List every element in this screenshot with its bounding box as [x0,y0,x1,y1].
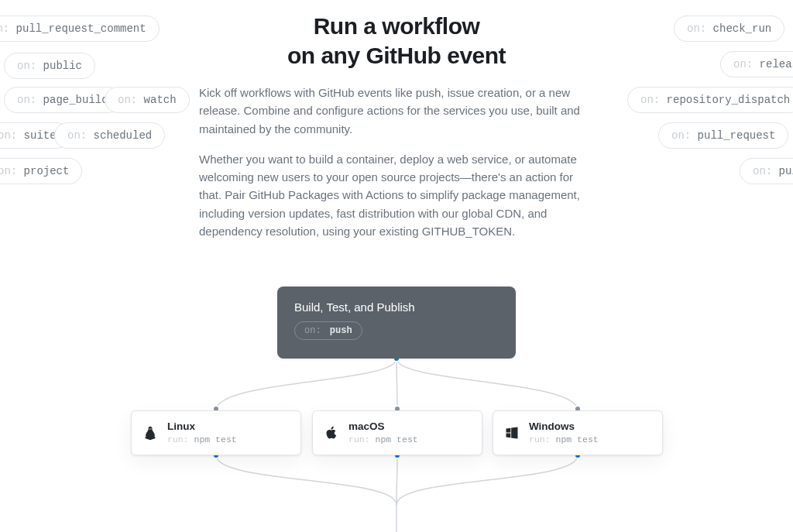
event-pill-repository_dispatch: on: repository_dispatch [627,87,793,113]
hero-section: Run a workflow on any GitHub event Kick … [199,12,594,252]
event-pill-kw: on: [17,60,43,72]
event-pill-label: pull_request [698,129,776,142]
event-pill-public: on: public [4,53,95,79]
event-pill-pull_request: on: pull_request [658,122,788,149]
hero-heading-line2: on any GitHub event [287,43,506,68]
workflow-trigger-pill: on: push [294,321,362,340]
hero-para-2: Whether you want to build a container, d… [199,150,594,240]
event-pill-kw: on: [118,94,144,106]
windows-icon [504,425,520,441]
hero-heading-line1: Run a workflow [314,13,480,39]
workflow-root-card: Build, Test, and Publish on: push [277,287,516,359]
event-pill-project: on: project [0,158,82,184]
event-pill-label: pull_r [779,165,793,177]
event-pill-kw: on: [17,94,43,106]
event-pill-check_run: on: check_run [674,15,784,42]
job-cmd: run: npm test [167,434,237,445]
apple-icon [324,425,339,441]
workflow-job-windows: Windows run: npm test [493,410,663,455]
event-pill-label: repository_dispatch [667,94,791,106]
hero-heading: Run a workflow on any GitHub event [199,12,594,70]
event-pill-kw: on: [0,22,16,35]
event-pill-release: on: release [720,51,793,77]
hero-para-1: Kick off workflows with GitHub events li… [199,84,594,138]
event-pill-label: pull_request_comment [16,22,146,35]
job-name: Linux [167,420,237,433]
workflow-job-macos: macOS run: npm test [312,410,482,455]
event-pill-pull_request_comment: on: pull_request_comment [0,15,160,42]
event-pill-label: scheduled [94,129,153,142]
event-pill-kw: on: [0,129,24,142]
event-pill-kw: on: [733,58,760,70]
event-pill-kw: on: [640,94,667,106]
trigger-kw: on: [304,325,321,336]
event-pill-watch: on: watch [105,87,190,113]
event-pill-kw: on: [671,129,698,142]
event-pill-label: release [760,58,793,70]
trigger-event: push [330,325,352,336]
event-pill-scheduled: on: scheduled [54,122,165,149]
event-pill-label: page_build [43,94,108,106]
job-name: macOS [348,420,418,433]
linux-icon [142,425,158,441]
event-pill-kw: on: [753,165,779,177]
job-name: Windows [529,420,599,433]
event-pill-label: watch [144,94,177,106]
event-pill-kw: on: [687,22,713,35]
job-cmd: run: npm test [348,434,418,445]
event-pill-page_build: on: page_build [4,87,122,113]
workflow-job-linux: Linux run: npm test [131,410,301,455]
event-pill-label: project [24,165,70,177]
event-pill-label: suite [24,129,57,142]
job-cmd: run: npm test [529,434,599,445]
event-pill-kw: on: [0,165,24,177]
workflow-root-title: Build, Test, and Publish [294,300,499,314]
event-pill-kw: on: [67,129,94,142]
event-pill-label: public [43,60,82,72]
event-pill-label: check_run [713,22,772,35]
event-pill-pull_r: on: pull_r [740,158,793,184]
